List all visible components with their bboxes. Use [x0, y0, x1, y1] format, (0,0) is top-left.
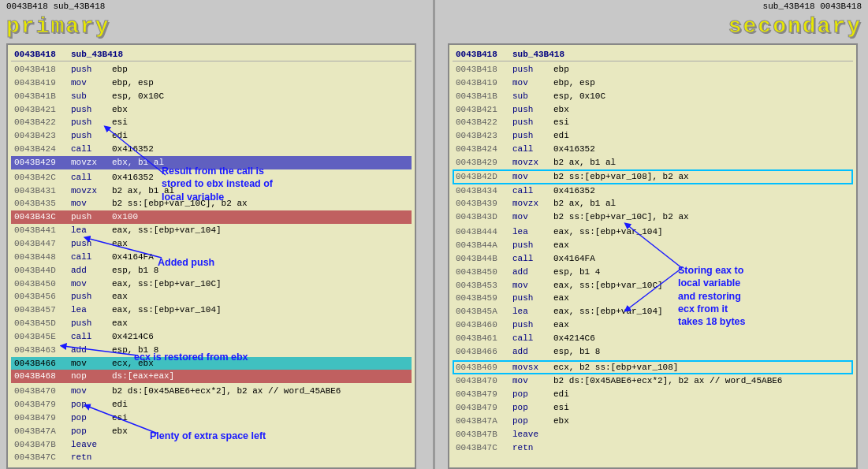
- asm-mnemonic: mov: [71, 278, 112, 290]
- asm-operands: b2 ds:[0x45ABE6+ecx*2], b2 ax // word_45…: [112, 385, 408, 397]
- asm-addr: 0043B41B: [14, 91, 71, 102]
- table-row: 0043B47Cretn: [453, 441, 853, 455]
- asm-addr: 0043B422: [456, 117, 512, 128]
- asm-operands: eax: [112, 291, 408, 303]
- table-row: 0043B423pushedi: [453, 129, 853, 143]
- asm-mnemonic: push: [512, 240, 553, 251]
- asm-operands: eax: [553, 240, 850, 251]
- table-row: 0043B434call0x416352: [453, 184, 853, 198]
- asm-mnemonic: mov: [512, 280, 553, 292]
- asm-mnemonic: pop: [512, 415, 553, 427]
- asm-mnemonic: mov: [71, 198, 112, 210]
- table-row: 0043B419movebp, esp: [453, 76, 853, 90]
- asm-mnemonic: call: [512, 185, 553, 197]
- asm-mnemonic: retn: [71, 452, 112, 463]
- panel-right: 0043B418 sub_43B418 0043B418pushebp0043B…: [448, 43, 858, 469]
- asm-addr: 0043B453: [456, 280, 512, 292]
- asm-addr: 0043B43C: [14, 211, 71, 223]
- asm-operands: esp, 0x10C: [553, 91, 850, 102]
- asm-addr: 0043B47C: [14, 452, 71, 463]
- svg-line-8: [627, 225, 682, 268]
- right-header-addr: 0043B418: [456, 50, 512, 59]
- asm-mnemonic: push: [71, 64, 112, 76]
- table-row: 0043B422pushesi: [453, 116, 853, 129]
- asm-addr: 0043B479: [14, 399, 71, 411]
- table-row: 0043B421pushebx: [11, 103, 412, 117]
- asm-operands: ebp, esp: [112, 77, 408, 89]
- asm-operands: 0x416352: [553, 143, 850, 155]
- asm-addr: 0043B47A: [14, 426, 71, 437]
- table-row: 0043B461call0x4214C6: [453, 332, 853, 345]
- asm-mnemonic: retn: [512, 442, 553, 454]
- asm-addr: 0043B457: [14, 304, 71, 316]
- asm-mnemonic: sub: [71, 91, 112, 102]
- asm-mnemonic: add: [512, 346, 553, 358]
- asm-mnemonic: push: [512, 117, 553, 128]
- asm-operands: esp, b1 8: [553, 346, 850, 358]
- asm-operands: edi: [553, 389, 850, 400]
- asm-operands: edi: [553, 130, 850, 142]
- asm-addr: 0043B468: [14, 370, 71, 382]
- table-row: 0043B460pusheax: [453, 318, 853, 332]
- asm-mnemonic: mov: [512, 171, 553, 183]
- asm-addr: 0043B459: [456, 292, 512, 304]
- asm-operands: b2 ss:[ebp+var_10C], b2 ax: [553, 211, 850, 223]
- table-row: 0043B470movb2 ds:[0x45ABE6+ecx*2], b2 ax…: [453, 374, 853, 388]
- asm-addr: 0043B448: [14, 251, 71, 263]
- asm-addr: 0043B470: [456, 375, 512, 387]
- asm-mnemonic: push: [512, 64, 553, 76]
- table-row: 0043B41Bsubesp, 0x10C: [11, 90, 412, 103]
- asm-addr: 0043B45D: [14, 318, 71, 329]
- asm-addr: 0043B460: [456, 319, 512, 331]
- table-row: 0043B418pushebp: [453, 63, 853, 76]
- asm-addr: 0043B419: [456, 77, 512, 89]
- asm-addr: 0043B418: [14, 64, 71, 76]
- asm-mnemonic: movzx: [512, 198, 553, 210]
- asm-addr: 0043B456: [14, 291, 71, 303]
- asm-mnemonic: leave: [512, 429, 553, 441]
- table-row: 0043B470movb2 ds:[0x45ABE6+ecx*2], b2 ax…: [11, 385, 412, 398]
- asm-operands: ebp: [553, 64, 850, 76]
- asm-addr: 0043B424: [456, 143, 512, 155]
- asm-operands: 0x4164FA: [553, 253, 850, 265]
- asm-operands: eax: [112, 318, 408, 329]
- annotation-result-stored: Result from the call isstored to ebx ins…: [162, 165, 273, 203]
- annotation-ecx-restored: ecx is restored from ebx: [134, 351, 248, 363]
- asm-mnemonic: call: [512, 253, 553, 265]
- asm-operands: eax, ss:[ebp+var_104]: [553, 226, 850, 238]
- asm-operands: ebx: [553, 415, 850, 427]
- left-breadcrumb: 0043B418 sub_43B418: [6, 2, 105, 11]
- asm-addr: 0043B47A: [456, 415, 512, 427]
- asm-addr: 0043B444: [456, 226, 512, 238]
- panel-right-header: 0043B418 sub_43B418: [453, 48, 853, 61]
- left-header-name: sub_43B418: [71, 50, 123, 59]
- asm-operands: [553, 429, 850, 441]
- asm-mnemonic: pop: [512, 389, 553, 400]
- asm-mnemonic: mov: [512, 77, 553, 89]
- table-row: 0043B42Dmovb2 ss:[ebp+var_108], b2 ax: [453, 169, 853, 184]
- asm-mnemonic: mov: [71, 385, 112, 397]
- asm-addr: 0043B429: [456, 157, 512, 169]
- table-row: 0043B469movsxecx, b2 ss:[ebp+var_108]: [453, 360, 853, 375]
- asm-mnemonic: movzx: [512, 157, 553, 169]
- asm-addr: 0043B435: [14, 198, 71, 210]
- asm-operands: ebx: [553, 104, 850, 116]
- asm-operands: esp, 0x10C: [112, 91, 408, 102]
- asm-addr: 0043B450: [456, 266, 512, 278]
- table-row: 0043B466addesp, b1 8: [453, 345, 853, 359]
- asm-addr: 0043B434: [456, 185, 512, 197]
- asm-mnemonic: lea: [71, 304, 112, 316]
- table-row: 0043B421pushebx: [453, 103, 853, 117]
- asm-operands: ecx, b2 ss:[ebp+var_108]: [553, 362, 850, 374]
- asm-addr: 0043B44B: [456, 253, 512, 265]
- asm-addr: 0043B42D: [456, 171, 512, 183]
- asm-mnemonic: mov: [512, 211, 553, 223]
- table-row: 0043B439movzxb2 ax, b1 al: [453, 197, 853, 210]
- asm-operands: [553, 442, 850, 454]
- asm-operands: 0x100: [112, 211, 408, 223]
- asm-mnemonic: mov: [71, 77, 112, 89]
- asm-addr: 0043B47C: [456, 442, 512, 454]
- asm-mnemonic: push: [512, 319, 553, 331]
- asm-addr: 0043B421: [14, 104, 71, 116]
- asm-addr: 0043B418: [456, 64, 512, 76]
